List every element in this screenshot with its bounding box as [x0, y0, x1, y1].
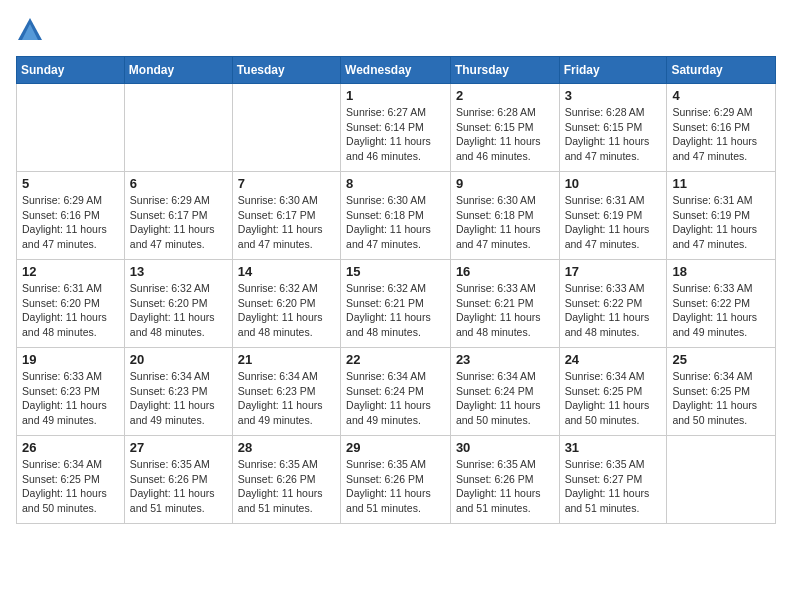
day-number: 21: [238, 352, 335, 367]
calendar-week-row: 5Sunrise: 6:29 AM Sunset: 6:16 PM Daylig…: [17, 172, 776, 260]
calendar-cell: 9Sunrise: 6:30 AM Sunset: 6:18 PM Daylig…: [450, 172, 559, 260]
calendar-cell: 18Sunrise: 6:33 AM Sunset: 6:22 PM Dayli…: [667, 260, 776, 348]
day-info: Sunrise: 6:35 AM Sunset: 6:26 PM Dayligh…: [130, 457, 227, 516]
calendar-cell: 7Sunrise: 6:30 AM Sunset: 6:17 PM Daylig…: [232, 172, 340, 260]
day-info: Sunrise: 6:33 AM Sunset: 6:21 PM Dayligh…: [456, 281, 554, 340]
day-number: 9: [456, 176, 554, 191]
day-number: 8: [346, 176, 445, 191]
calendar-cell: 2Sunrise: 6:28 AM Sunset: 6:15 PM Daylig…: [450, 84, 559, 172]
day-info: Sunrise: 6:35 AM Sunset: 6:26 PM Dayligh…: [346, 457, 445, 516]
day-number: 6: [130, 176, 227, 191]
day-info: Sunrise: 6:34 AM Sunset: 6:24 PM Dayligh…: [456, 369, 554, 428]
day-info: Sunrise: 6:30 AM Sunset: 6:18 PM Dayligh…: [456, 193, 554, 252]
day-info: Sunrise: 6:30 AM Sunset: 6:18 PM Dayligh…: [346, 193, 445, 252]
calendar-cell: 19Sunrise: 6:33 AM Sunset: 6:23 PM Dayli…: [17, 348, 125, 436]
day-number: 7: [238, 176, 335, 191]
weekday-header: Wednesday: [341, 57, 451, 84]
day-info: Sunrise: 6:34 AM Sunset: 6:24 PM Dayligh…: [346, 369, 445, 428]
day-info: Sunrise: 6:32 AM Sunset: 6:21 PM Dayligh…: [346, 281, 445, 340]
weekday-header: Monday: [124, 57, 232, 84]
calendar-cell: 26Sunrise: 6:34 AM Sunset: 6:25 PM Dayli…: [17, 436, 125, 524]
day-info: Sunrise: 6:33 AM Sunset: 6:22 PM Dayligh…: [672, 281, 770, 340]
calendar-cell: [17, 84, 125, 172]
calendar-cell: 10Sunrise: 6:31 AM Sunset: 6:19 PM Dayli…: [559, 172, 667, 260]
day-number: 12: [22, 264, 119, 279]
calendar-cell: 1Sunrise: 6:27 AM Sunset: 6:14 PM Daylig…: [341, 84, 451, 172]
day-number: 14: [238, 264, 335, 279]
day-number: 1: [346, 88, 445, 103]
logo-icon: [16, 16, 44, 44]
weekday-header-row: SundayMondayTuesdayWednesdayThursdayFrid…: [17, 57, 776, 84]
page-header: [16, 16, 776, 44]
day-info: Sunrise: 6:27 AM Sunset: 6:14 PM Dayligh…: [346, 105, 445, 164]
day-info: Sunrise: 6:35 AM Sunset: 6:26 PM Dayligh…: [456, 457, 554, 516]
day-info: Sunrise: 6:29 AM Sunset: 6:16 PM Dayligh…: [672, 105, 770, 164]
day-number: 28: [238, 440, 335, 455]
day-info: Sunrise: 6:31 AM Sunset: 6:20 PM Dayligh…: [22, 281, 119, 340]
weekday-header: Thursday: [450, 57, 559, 84]
calendar-cell: 20Sunrise: 6:34 AM Sunset: 6:23 PM Dayli…: [124, 348, 232, 436]
day-number: 22: [346, 352, 445, 367]
day-number: 10: [565, 176, 662, 191]
day-info: Sunrise: 6:31 AM Sunset: 6:19 PM Dayligh…: [672, 193, 770, 252]
day-info: Sunrise: 6:35 AM Sunset: 6:27 PM Dayligh…: [565, 457, 662, 516]
day-number: 5: [22, 176, 119, 191]
day-info: Sunrise: 6:34 AM Sunset: 6:25 PM Dayligh…: [22, 457, 119, 516]
calendar-cell: 14Sunrise: 6:32 AM Sunset: 6:20 PM Dayli…: [232, 260, 340, 348]
day-number: 13: [130, 264, 227, 279]
calendar-cell: 16Sunrise: 6:33 AM Sunset: 6:21 PM Dayli…: [450, 260, 559, 348]
day-number: 11: [672, 176, 770, 191]
day-number: 20: [130, 352, 227, 367]
day-number: 17: [565, 264, 662, 279]
day-info: Sunrise: 6:32 AM Sunset: 6:20 PM Dayligh…: [130, 281, 227, 340]
weekday-header: Sunday: [17, 57, 125, 84]
calendar-cell: 28Sunrise: 6:35 AM Sunset: 6:26 PM Dayli…: [232, 436, 340, 524]
day-number: 25: [672, 352, 770, 367]
calendar-cell: 31Sunrise: 6:35 AM Sunset: 6:27 PM Dayli…: [559, 436, 667, 524]
calendar-week-row: 26Sunrise: 6:34 AM Sunset: 6:25 PM Dayli…: [17, 436, 776, 524]
day-number: 2: [456, 88, 554, 103]
calendar-cell: 3Sunrise: 6:28 AM Sunset: 6:15 PM Daylig…: [559, 84, 667, 172]
day-info: Sunrise: 6:32 AM Sunset: 6:20 PM Dayligh…: [238, 281, 335, 340]
day-number: 31: [565, 440, 662, 455]
day-info: Sunrise: 6:28 AM Sunset: 6:15 PM Dayligh…: [456, 105, 554, 164]
calendar-cell: 24Sunrise: 6:34 AM Sunset: 6:25 PM Dayli…: [559, 348, 667, 436]
day-number: 19: [22, 352, 119, 367]
calendar-cell: 11Sunrise: 6:31 AM Sunset: 6:19 PM Dayli…: [667, 172, 776, 260]
day-number: 4: [672, 88, 770, 103]
day-number: 27: [130, 440, 227, 455]
calendar-week-row: 19Sunrise: 6:33 AM Sunset: 6:23 PM Dayli…: [17, 348, 776, 436]
calendar-table: SundayMondayTuesdayWednesdayThursdayFrid…: [16, 56, 776, 524]
calendar-cell: 30Sunrise: 6:35 AM Sunset: 6:26 PM Dayli…: [450, 436, 559, 524]
day-number: 24: [565, 352, 662, 367]
calendar-cell: 4Sunrise: 6:29 AM Sunset: 6:16 PM Daylig…: [667, 84, 776, 172]
calendar-cell: 22Sunrise: 6:34 AM Sunset: 6:24 PM Dayli…: [341, 348, 451, 436]
day-number: 26: [22, 440, 119, 455]
calendar-cell: 21Sunrise: 6:34 AM Sunset: 6:23 PM Dayli…: [232, 348, 340, 436]
day-number: 30: [456, 440, 554, 455]
calendar-cell: 8Sunrise: 6:30 AM Sunset: 6:18 PM Daylig…: [341, 172, 451, 260]
calendar-week-row: 12Sunrise: 6:31 AM Sunset: 6:20 PM Dayli…: [17, 260, 776, 348]
calendar-cell: [232, 84, 340, 172]
day-info: Sunrise: 6:34 AM Sunset: 6:25 PM Dayligh…: [672, 369, 770, 428]
calendar-cell: 6Sunrise: 6:29 AM Sunset: 6:17 PM Daylig…: [124, 172, 232, 260]
calendar-cell: 12Sunrise: 6:31 AM Sunset: 6:20 PM Dayli…: [17, 260, 125, 348]
calendar-cell: 17Sunrise: 6:33 AM Sunset: 6:22 PM Dayli…: [559, 260, 667, 348]
calendar-cell: 25Sunrise: 6:34 AM Sunset: 6:25 PM Dayli…: [667, 348, 776, 436]
weekday-header: Saturday: [667, 57, 776, 84]
day-info: Sunrise: 6:29 AM Sunset: 6:16 PM Dayligh…: [22, 193, 119, 252]
weekday-header: Tuesday: [232, 57, 340, 84]
day-info: Sunrise: 6:28 AM Sunset: 6:15 PM Dayligh…: [565, 105, 662, 164]
calendar-cell: [124, 84, 232, 172]
day-number: 23: [456, 352, 554, 367]
calendar-cell: 23Sunrise: 6:34 AM Sunset: 6:24 PM Dayli…: [450, 348, 559, 436]
day-number: 16: [456, 264, 554, 279]
calendar-cell: 29Sunrise: 6:35 AM Sunset: 6:26 PM Dayli…: [341, 436, 451, 524]
calendar-week-row: 1Sunrise: 6:27 AM Sunset: 6:14 PM Daylig…: [17, 84, 776, 172]
calendar-cell: 27Sunrise: 6:35 AM Sunset: 6:26 PM Dayli…: [124, 436, 232, 524]
logo: [16, 16, 48, 44]
calendar-cell: 15Sunrise: 6:32 AM Sunset: 6:21 PM Dayli…: [341, 260, 451, 348]
day-info: Sunrise: 6:35 AM Sunset: 6:26 PM Dayligh…: [238, 457, 335, 516]
day-number: 29: [346, 440, 445, 455]
day-number: 18: [672, 264, 770, 279]
